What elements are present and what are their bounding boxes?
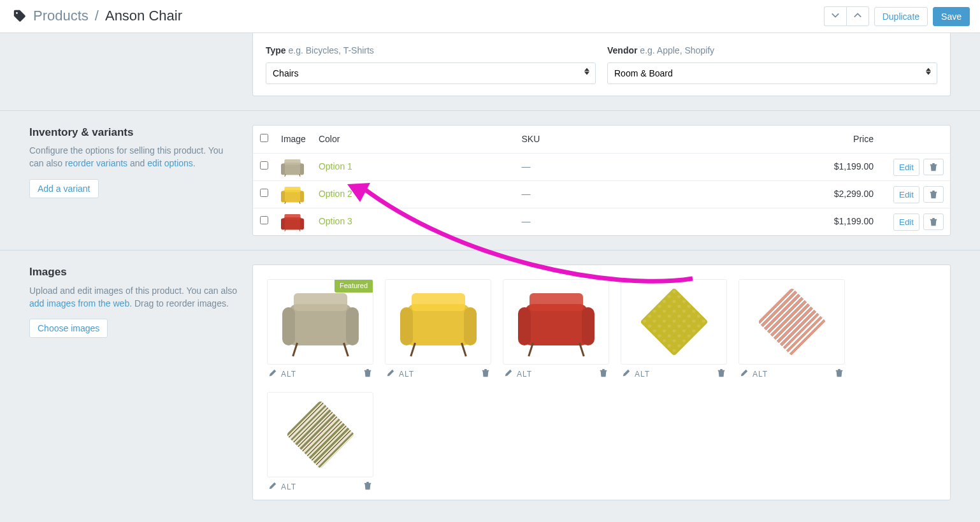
col-image: Image (275, 126, 312, 154)
alt-label[interactable]: ALT (281, 369, 296, 380)
vendor-select-wrap: Room & Board (607, 62, 937, 84)
variant-thumbnail[interactable] (281, 212, 304, 231)
next-product-button[interactable] (824, 6, 846, 26)
edit-alt-button[interactable] (268, 368, 277, 381)
product-image[interactable] (267, 392, 373, 477)
breadcrumb-products-link[interactable]: Products (33, 6, 89, 26)
col-price: Price (651, 126, 880, 154)
product-image-card[interactable]: ALT (739, 279, 845, 381)
variants-description: Configure the options for selling this p… (29, 145, 240, 170)
delete-image-button[interactable] (599, 368, 608, 381)
variant-checkbox[interactable] (260, 161, 268, 170)
edit-variant-button[interactable]: Edit (893, 214, 919, 231)
product-image-card[interactable]: Featured ALT (267, 279, 373, 381)
variant-checkbox[interactable] (260, 189, 268, 197)
variant-checkbox[interactable] (260, 216, 268, 224)
pencil-icon (268, 368, 277, 377)
delete-variant-button[interactable] (923, 214, 944, 230)
variant-thumbnail[interactable] (281, 185, 304, 204)
variant-option-link[interactable]: Option 3 (319, 216, 352, 226)
add-images-web-link[interactable]: add images from the web (29, 298, 129, 308)
save-button[interactable]: Save (933, 7, 970, 26)
col-sku: SKU (515, 126, 651, 154)
trash-icon (929, 190, 938, 199)
edit-alt-button[interactable] (504, 368, 513, 381)
product-image-card[interactable]: ALT (503, 279, 609, 381)
type-select-wrap: Chairs (266, 62, 596, 84)
vendor-label: Vendor e.g. Apple, Shopify (607, 45, 714, 55)
images-description: Upload and edit images of this product. … (29, 285, 240, 310)
variant-option-link[interactable]: Option 2 (319, 189, 352, 199)
vendor-select[interactable]: Room & Board (607, 62, 937, 84)
chevron-up-icon (853, 11, 862, 20)
edit-alt-button[interactable] (268, 481, 277, 493)
alt-label[interactable]: ALT (635, 369, 650, 380)
tag-icon (13, 9, 27, 23)
product-image[interactable]: Featured (267, 279, 373, 365)
delete-image-button[interactable] (717, 368, 726, 381)
alt-label[interactable]: ALT (517, 369, 532, 380)
image-footer: ALT (385, 365, 491, 381)
trash-icon (835, 368, 844, 377)
page-title: Anson Chair (105, 6, 182, 26)
delete-image-button[interactable] (835, 368, 844, 381)
pencil-icon (386, 368, 395, 377)
duplicate-button[interactable]: Duplicate (874, 7, 928, 26)
product-image-card[interactable]: ALT (621, 279, 727, 381)
product-image-card[interactable]: ALT (267, 392, 373, 493)
trash-icon (481, 368, 490, 377)
product-image[interactable] (385, 279, 491, 365)
product-image[interactable] (739, 279, 845, 365)
edit-alt-button[interactable] (622, 368, 631, 381)
page-header: Products / Anson Chair Duplicate Save (0, 0, 980, 33)
pencil-icon (622, 368, 631, 377)
variant-sku: — (521, 216, 530, 226)
alt-label[interactable]: ALT (753, 369, 768, 380)
alt-label[interactable]: ALT (399, 369, 414, 380)
alt-label[interactable]: ALT (281, 482, 296, 493)
delete-variant-button[interactable] (923, 159, 944, 175)
header-actions: Duplicate Save (824, 6, 970, 26)
type-select[interactable]: Chairs (266, 62, 596, 84)
edit-alt-button[interactable] (740, 368, 749, 381)
variant-price: $1,199.00 (651, 208, 880, 236)
variants-table: Image Color SKU Price Option 1 — $1,199.… (253, 126, 950, 236)
prev-product-button[interactable] (846, 6, 869, 26)
prev-next-nav (824, 6, 869, 26)
reorder-variants-link[interactable]: reorder variants (65, 158, 127, 168)
variant-sku: — (521, 189, 530, 199)
delete-image-button[interactable] (363, 481, 372, 493)
product-image-card[interactable]: ALT (385, 279, 491, 381)
delete-variant-button[interactable] (923, 186, 944, 203)
edit-variant-button[interactable]: Edit (893, 159, 919, 176)
image-footer: ALT (739, 365, 845, 381)
product-image[interactable] (621, 279, 727, 365)
vendor-field: Vendor e.g. Apple, Shopify Room & Board (607, 45, 937, 84)
trash-icon (929, 217, 938, 226)
image-footer: ALT (267, 477, 373, 493)
variant-thumbnail[interactable] (281, 157, 304, 177)
image-footer: ALT (621, 365, 727, 381)
pencil-icon (504, 368, 513, 377)
edit-options-link[interactable]: edit options (147, 158, 193, 168)
trash-icon (363, 368, 372, 377)
trash-icon (599, 368, 608, 377)
col-option: Color (312, 126, 515, 154)
edit-variant-button[interactable]: Edit (893, 186, 919, 203)
edit-alt-button[interactable] (386, 368, 395, 381)
type-label: Type e.g. Bicycles, T-Shirts (266, 45, 374, 55)
trash-icon (717, 368, 726, 377)
add-variant-button[interactable]: Add a variant (29, 179, 99, 198)
image-footer: ALT (267, 365, 373, 381)
delete-image-button[interactable] (363, 368, 372, 381)
product-image[interactable] (503, 279, 609, 365)
trash-icon (929, 163, 938, 171)
breadcrumb-separator: / (95, 6, 99, 26)
delete-image-button[interactable] (481, 368, 490, 381)
images-heading: Images (29, 265, 240, 280)
pencil-icon (740, 368, 749, 377)
select-all-checkbox[interactable] (260, 134, 268, 142)
breadcrumb: Products / Anson Chair (13, 6, 182, 26)
choose-images-button[interactable]: Choose images (29, 319, 108, 338)
variant-option-link[interactable]: Option 1 (319, 161, 352, 171)
